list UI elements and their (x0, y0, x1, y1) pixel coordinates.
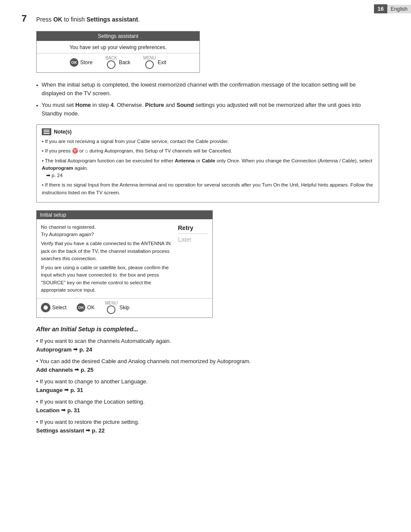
after-item-1: • If you want to scan the channels Autom… (36, 337, 379, 354)
page-number: 16 (374, 4, 387, 13)
after-sub-page-2: p. 25 (81, 366, 93, 374)
ok-icon: OK (70, 58, 78, 67)
notes-line-1 (44, 130, 50, 131)
after-sub-1: Autoprogram ➡ p. 24 (36, 345, 379, 354)
back-btn-wrapper: BACK (106, 56, 117, 69)
notes-icon (42, 128, 51, 135)
step-ok-key: OK (53, 16, 62, 23)
after-sub-5: Settings assistant ➡ p. 22 (36, 426, 379, 435)
bullet-section: • When the initial setup is completed, t… (36, 81, 379, 118)
bullet-item-1: • When the initial setup is completed, t… (36, 81, 379, 97)
is-menu-later[interactable]: Later (178, 235, 192, 244)
after-bullet-4: • If you want to change the Location set… (36, 398, 145, 405)
after-arrow-2: ➡ (75, 366, 79, 373)
is-skip-wrapper: MENU (105, 301, 118, 314)
after-sub-3: Language ➡ p. 31 (36, 386, 379, 395)
notes-line-2 (44, 131, 50, 132)
is-text-col: No channel is registered. Try Autoprogra… (41, 224, 174, 294)
notes-header: Note(s) (42, 128, 374, 135)
after-sub-page-5: p. 22 (92, 426, 105, 435)
after-bullet-2: • You can add the desired Cable and Anal… (36, 358, 251, 364)
sa-back-btn[interactable]: BACK Back (106, 56, 131, 69)
after-sub-label-5: Settings assistant (36, 426, 84, 435)
is-header: Initial setup (37, 211, 212, 219)
is-menu-col: Retry Later (178, 224, 208, 294)
note-item-4: If there is no signal Input from the Ant… (42, 181, 374, 196)
select-icon (41, 303, 50, 312)
after-arrow-4: ➡ (61, 406, 65, 414)
step-instruction: Press OK to finish Settings assistant. (36, 16, 140, 23)
after-title: After an Initial Setup is completed... (36, 326, 379, 333)
bullet-text-2: You must set Home in step 4. Otherwise. … (42, 101, 379, 118)
is-skip-icon-label: MENU (105, 301, 118, 305)
bullet-item-2: • You must set Home in step 4. Otherwise… (36, 101, 379, 118)
is-select-label: Select (52, 305, 66, 311)
select-icon-inner (44, 305, 48, 310)
step-header: 7 Press OK to finish Settings assistant. (22, 13, 379, 24)
sa-header: Settings assistant (37, 31, 199, 41)
page-language: English (387, 5, 411, 13)
after-bullet-1: • If you want to scan the channels Autom… (36, 338, 171, 344)
back-icon-label: BACK (106, 56, 117, 60)
settings-assistant-box: Settings assistant You have set up your … (36, 31, 200, 73)
after-bullet-3: • If you want to change to another Langu… (36, 378, 148, 385)
sa-message: You have set up your viewing preferences… (37, 41, 199, 53)
exit-icon (145, 60, 154, 69)
is-skip-icon (107, 305, 115, 314)
after-sub-2: Add channels ➡ p. 25 (36, 366, 379, 374)
step-number: 7 (22, 13, 32, 24)
bullet-dot-1: • (36, 81, 38, 97)
is-body: No channel is registered. Try Autoprogra… (37, 219, 212, 298)
after-sub-label-2: Add channels (36, 366, 73, 374)
note-item-1: If you are not receiving a signal from y… (42, 138, 374, 145)
back-icon (107, 60, 115, 69)
is-ok-btn[interactable]: OK OK (77, 303, 94, 312)
is-ok-label: OK (87, 305, 94, 311)
sa-exit-label: Exit (158, 59, 166, 65)
after-sub-page-4: p. 31 (67, 406, 80, 415)
after-sub-label-3: Language (36, 386, 62, 395)
note-item-2: If you press ♈ or ⌂ during Autoprogram, … (42, 147, 374, 155)
is-skip-label: Skip (119, 305, 129, 311)
is-text-line-3: Verify that you have a cable connected t… (41, 240, 174, 262)
after-sub-4: Location ➡ p. 31 (36, 406, 379, 415)
is-skip-btn[interactable]: MENU Skip (105, 301, 130, 314)
is-menu-divider (178, 233, 208, 234)
after-sub-label-4: Location (36, 406, 59, 415)
page-badge: 16 English (374, 4, 411, 13)
is-text-line-4: If you are using a cable or satellite bo… (41, 264, 174, 294)
after-sub-page-1: p. 24 (79, 345, 92, 354)
after-item-3: • If you want to change to another Langu… (36, 377, 379, 394)
notes-title: Note(s) (54, 129, 72, 135)
after-arrow-5: ➡ (86, 426, 90, 434)
after-arrow-3: ➡ (64, 386, 68, 394)
bullet-dot-2: • (36, 102, 38, 118)
is-text-line-1: No channel is registered. (41, 224, 174, 231)
after-item-5: • If you want to restore the picture set… (36, 418, 379, 435)
after-arrow-1: ➡ (73, 345, 78, 353)
sa-back-label: Back (119, 59, 131, 65)
after-sub-page-3: p. 31 (70, 386, 83, 395)
after-item-2: • You can add the desired Cable and Anal… (36, 357, 379, 374)
after-bullet-5: • If you want to restore the picture set… (36, 419, 139, 425)
sa-store-btn[interactable]: OK Store (70, 56, 93, 69)
notes-line-3 (44, 133, 50, 134)
is-menu-retry[interactable]: Retry (178, 224, 193, 232)
is-text-line-2: Try Autoprogram again? (41, 231, 174, 238)
bullet-text-1: When the initial setup is completed, the… (42, 81, 379, 97)
is-select-btn[interactable]: Select (41, 303, 66, 312)
sa-buttons: OK Store BACK Back MENU Exit (37, 53, 199, 72)
initial-setup-box: Initial setup No channel is registered. … (36, 210, 213, 318)
after-sub-label-1: Autoprogram (36, 345, 72, 354)
sa-exit-btn[interactable]: MENU Exit (143, 56, 166, 69)
exit-icon-label: MENU (143, 56, 156, 60)
after-section: After an Initial Setup is completed... •… (36, 326, 379, 435)
notes-lines-icon (44, 130, 50, 134)
step-settings-assistant: Settings assistant (87, 16, 138, 23)
sa-store-label: Store (80, 59, 93, 65)
main-content: 7 Press OK to finish Settings assistant.… (0, 0, 396, 454)
notes-section: Note(s) If you are not receiving a signa… (36, 124, 379, 202)
exit-btn-wrapper: MENU (143, 56, 156, 69)
is-ok-icon: OK (77, 303, 85, 312)
after-item-4: • If you want to change the Location set… (36, 398, 379, 414)
